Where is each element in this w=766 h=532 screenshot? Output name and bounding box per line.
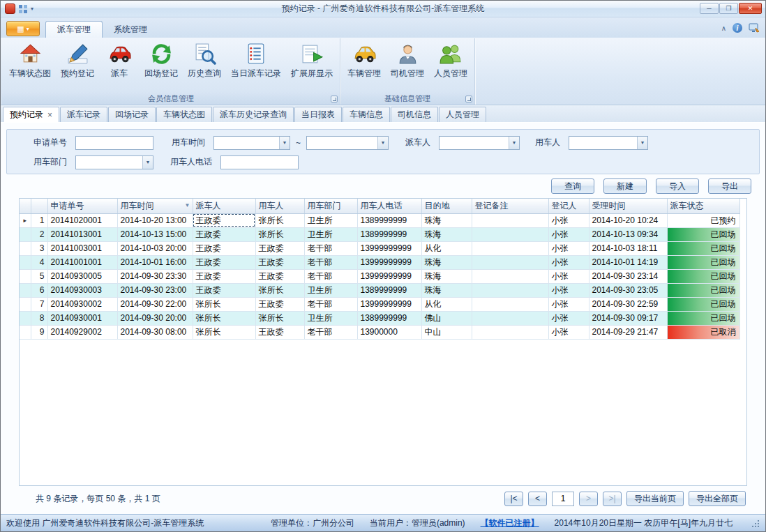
ribbon-tab-dispatch[interactable]: 派车管理 — [45, 21, 103, 38]
document-tab[interactable]: 车辆信息 — [343, 107, 390, 122]
column-header[interactable]: 受理时间 — [589, 199, 667, 213]
user-combo[interactable]: ▼ — [569, 136, 648, 150]
skin-icon[interactable] — [749, 22, 760, 33]
new-button[interactable]: 新建 — [603, 178, 647, 194]
cell-dispatcher: 张所长 — [193, 311, 255, 325]
action-button-row: 查询 新建 导入 导出 — [6, 174, 760, 198]
document-tab[interactable]: 预约记录 × — [3, 107, 59, 122]
table-row[interactable]: 6 20140930003 2014-09-30 23:00 王政委 张所长 卫… — [20, 283, 739, 297]
row-number-cell: 8 — [31, 311, 47, 325]
column-header[interactable]: 用车部门 — [304, 199, 357, 213]
column-filter-arrow-icon[interactable]: ▼ — [185, 202, 190, 208]
close-button[interactable]: ✕ — [739, 3, 762, 14]
request-no-input[interactable] — [75, 136, 153, 150]
chevron-down-icon[interactable]: ▼ — [637, 137, 647, 149]
row-indicator-cell — [20, 283, 31, 297]
export-current-page-button[interactable]: 导出当前页 — [626, 491, 684, 506]
document-tab[interactable]: 司机信息 — [391, 107, 438, 122]
column-header[interactable]: 用车时间 ▼ — [117, 199, 193, 213]
dept-combo[interactable]: ▼ — [75, 155, 153, 169]
status-badge: 已回场 — [668, 228, 739, 241]
document-tab[interactable]: 派车记录 — [60, 107, 107, 122]
document-tab[interactable]: 当日报表 — [294, 107, 342, 122]
ribbon-button[interactable]: 车辆状态图 — [4, 40, 56, 92]
ribbon-button-label: 车辆管理 — [347, 68, 381, 79]
column-header[interactable]: 派车状态 — [667, 199, 739, 213]
qat-dropdown-icon[interactable]: ▾ — [31, 6, 33, 12]
chevron-down-icon[interactable]: ▼ — [142, 156, 153, 169]
cell-use-time: 2014-10-01 16:00 — [117, 255, 193, 269]
cell-dept: 老干部 — [304, 325, 357, 339]
document-tab-label: 人员管理 — [446, 109, 479, 121]
help-icon[interactable]: i — [733, 23, 742, 33]
column-header[interactable]: 用车人电话 — [357, 199, 421, 213]
ribbon-button[interactable]: 历史查询 — [183, 40, 226, 92]
ribbon-tab-system[interactable]: 系统管理 — [103, 21, 158, 38]
column-header-label: 登记备注 — [475, 201, 509, 211]
license-link[interactable]: 【软件已注册】 — [481, 517, 539, 529]
dialog-launcher-icon[interactable] — [465, 96, 472, 102]
first-page-button[interactable]: |< — [504, 492, 523, 506]
use-time-from-combo[interactable]: ▼ — [213, 136, 290, 150]
table-row[interactable]: 5 20140930005 2014-09-30 23:30 王政委 王政委 老… — [20, 269, 739, 283]
chevron-down-icon[interactable]: ▼ — [279, 137, 290, 149]
document-tab[interactable]: 人员管理 — [439, 107, 486, 122]
table-row[interactable]: 9 20140929002 2014-09-30 08:00 张所长 王政委 老… — [20, 325, 739, 339]
cell-registrar: 小张 — [548, 311, 589, 325]
table-row[interactable]: 3 20141003001 2014-10-03 20:00 王政委 王政委 老… — [20, 241, 739, 255]
export-button[interactable]: 导出 — [708, 178, 751, 194]
status-badge: 已回场 — [668, 284, 739, 297]
table-row[interactable]: ▸ 1 20141020001 2014-10-20 13:00 王政委 张所长… — [20, 213, 739, 227]
dialog-launcher-icon[interactable] — [331, 96, 338, 102]
minimize-button[interactable]: ─ — [700, 3, 719, 14]
query-button[interactable]: 查询 — [551, 178, 594, 194]
ribbon-button[interactable]: 当日派车记录 — [226, 40, 286, 92]
ribbon-button[interactable]: 预约登记 — [56, 40, 99, 92]
ribbon-right-tools: ∧ i — [721, 22, 760, 38]
column-header[interactable]: 登记人 — [548, 199, 589, 213]
chevron-down-icon[interactable]: ▼ — [377, 137, 388, 149]
ribbon-button[interactable]: 派车 — [99, 40, 140, 92]
column-header[interactable]: 目的地 — [421, 199, 472, 213]
page-number-input[interactable] — [552, 492, 574, 506]
cell-phone: 13999999999 — [357, 269, 421, 283]
table-row[interactable]: 8 20140930001 2014-09-30 20:00 张所长 张所长 卫… — [20, 311, 739, 325]
ribbon-button[interactable]: 司机管理 — [386, 40, 429, 92]
table-row[interactable]: 2 20141013001 2014-10-13 15:00 王政委 张所长 卫… — [20, 227, 739, 241]
column-header[interactable]: 登记备注 — [472, 199, 548, 213]
column-header[interactable] — [31, 199, 47, 213]
prev-page-button[interactable]: < — [528, 492, 547, 506]
column-header[interactable] — [20, 199, 31, 213]
resize-grip-icon[interactable] — [751, 519, 760, 528]
next-page-button[interactable]: > — [579, 492, 598, 506]
column-header[interactable]: 派车人 — [193, 199, 255, 213]
layout-grid-icon[interactable] — [18, 4, 28, 14]
last-page-button[interactable]: >| — [603, 492, 622, 506]
menu-grid-icon: ▦ — [17, 24, 24, 33]
phone-label: 用车人电话 — [153, 156, 220, 168]
application-menu-button[interactable]: ▦ ▾ — [6, 21, 40, 36]
document-tab-label: 派车历史记录查询 — [220, 109, 287, 121]
import-button[interactable]: 导入 — [656, 178, 699, 194]
column-header[interactable]: 用车人 — [255, 199, 304, 213]
use-time-to-combo[interactable]: ▼ — [306, 136, 389, 150]
table-row[interactable]: 7 20140930002 2014-09-30 22:00 张所长 王政委 老… — [20, 297, 739, 311]
document-tab[interactable]: 派车历史记录查询 — [213, 107, 294, 122]
cell-phone: 1389999999 — [357, 213, 421, 227]
chevron-down-icon[interactable]: ▼ — [509, 137, 519, 149]
ribbon-button[interactable]: 车辆管理 — [343, 40, 386, 92]
ribbon-button[interactable]: 人员管理 — [429, 40, 472, 92]
document-tab[interactable]: 回场记录 — [108, 107, 156, 122]
collapse-ribbon-icon[interactable]: ∧ — [721, 24, 726, 32]
welcome-text: 欢迎使用 广州爱奇迪软件科技有限公司-派车管理系统 — [6, 517, 204, 529]
document-tab[interactable]: 车辆状态图 — [156, 107, 212, 122]
column-header[interactable]: 申请单号 — [47, 199, 117, 213]
close-icon[interactable]: × — [47, 111, 52, 119]
ribbon-button[interactable]: 回场登记 — [140, 40, 183, 92]
dispatcher-combo[interactable]: ▼ — [439, 136, 520, 150]
table-row[interactable]: 4 20141001001 2014-10-01 16:00 王政委 王政委 老… — [20, 255, 739, 269]
maximize-button[interactable]: ❐ — [719, 3, 738, 14]
phone-input[interactable] — [220, 155, 299, 169]
ribbon-button[interactable]: 扩展屏显示 — [286, 40, 338, 92]
export-all-pages-button[interactable]: 导出全部页 — [689, 491, 746, 506]
